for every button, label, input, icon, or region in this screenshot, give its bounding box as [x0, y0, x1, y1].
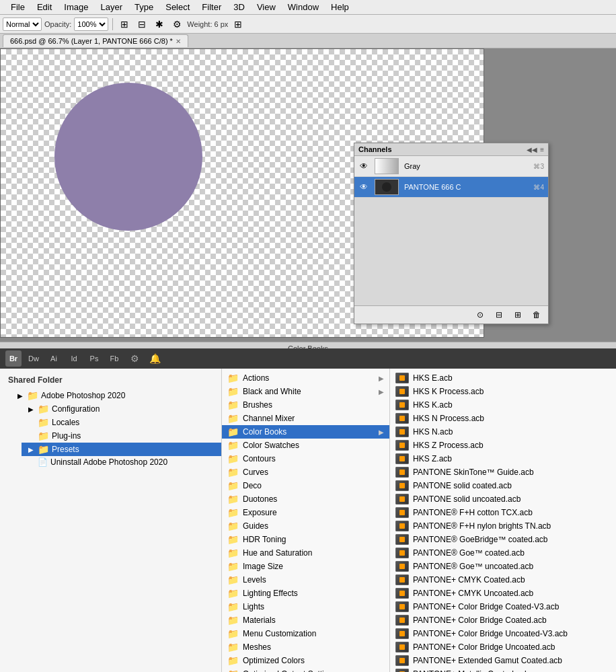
file-item[interactable]: HKS K Process.acb — [390, 385, 616, 398]
tool-icon-2[interactable]: ⊟ — [134, 17, 149, 32]
file-item[interactable]: PANTONE+ CMYK Coated.acb — [390, 573, 616, 587]
folder-item[interactable]: 📁Hue and Saturation — [222, 546, 389, 560]
folder-item[interactable]: 📁Materials — [222, 613, 389, 627]
file-item[interactable]: PANTONE+ Extended Gamut Coated.acb — [390, 654, 616, 667]
app-icon-7[interactable]: ⚙ — [126, 350, 143, 367]
folder-item[interactable]: 📁Exposure — [222, 506, 389, 519]
folder-item[interactable]: 📁Brushes — [222, 398, 389, 412]
file-item[interactable]: PANTONE+ CMYK Uncoated.acb — [390, 587, 616, 600]
file-item[interactable]: PANTONE+ Color Bridge Uncoated-V3.acb — [390, 627, 616, 640]
tree-item-locales[interactable]: ▶ 📁 Locales — [22, 416, 221, 429]
folder-item[interactable]: 📁Channel Mixer — [222, 412, 389, 425]
file-item[interactable]: PANTONE® Goe™ coated.acb — [390, 546, 616, 560]
folder-item[interactable]: 📁Guides — [222, 519, 389, 533]
folder-item[interactable]: 📁Lights — [222, 600, 389, 613]
file-item[interactable]: HKS K.acb — [390, 398, 616, 412]
channel-dotted-circle-btn[interactable]: ⊙ — [473, 309, 488, 321]
menu-select[interactable]: Select — [160, 1, 195, 13]
tree-item-photoshop[interactable]: ▶ 📁 Adobe Photoshop 2020 — [11, 389, 221, 402]
panel-menu-icon[interactable]: ≡ — [540, 146, 544, 153]
app-icon-1[interactable]: Br — [5, 350, 22, 367]
tree-label: Locales — [52, 418, 79, 427]
folder-icon: 📁 — [227, 440, 239, 451]
channel-row-pantone[interactable]: 👁 PANTONE 666 C ⌘4 — [354, 177, 548, 198]
app-icon-6[interactable]: Fb — [106, 350, 122, 367]
channel-row-gray[interactable]: 👁 Gray ⌘3 — [354, 156, 548, 177]
tree-toggle[interactable]: ▶ — [27, 405, 35, 413]
folder-label: Curves — [243, 468, 268, 477]
folder-label: Image Size — [243, 562, 283, 571]
tree-toggle[interactable]: ▶ — [27, 445, 35, 453]
tool-icon-1[interactable]: ⊞ — [117, 17, 132, 32]
app-icon-4[interactable]: Id — [66, 350, 82, 367]
file-item[interactable]: PANTONE+ Color Bridge Coated-V3.acb — [390, 600, 616, 613]
folder-item[interactable]: 📁Meshes — [222, 640, 389, 654]
file-item[interactable]: HKS Z.acb — [390, 452, 616, 465]
channels-panel-toolbar: ⊙ ⊟ ⊞ 🗑 — [354, 305, 548, 324]
folder-item[interactable]: 📁Curves — [222, 465, 389, 479]
document-tab[interactable]: 666.psd @ 66.7% (Layer 1, PANTONE 666 C/… — [3, 34, 188, 47]
file-item[interactable]: PANTONE+ Color Bridge Coated.acb — [390, 613, 616, 627]
folder-item[interactable]: 📁Levels — [222, 573, 389, 587]
menu-filter[interactable]: Filter — [196, 1, 227, 13]
menu-view[interactable]: View — [252, 1, 281, 13]
file-item[interactable]: PANTONE solid coated.acb — [390, 479, 616, 492]
folder-item[interactable]: 📁Black and White▶ — [222, 385, 389, 398]
menu-image[interactable]: Image — [59, 1, 93, 13]
folder-icon: 📁 — [38, 404, 49, 414]
visibility-icon-gray[interactable]: 👁 — [358, 161, 369, 172]
menu-window[interactable]: Window — [282, 1, 324, 13]
folder-item[interactable]: 📁Image Size — [222, 560, 389, 573]
menu-help[interactable]: Help — [325, 1, 354, 13]
file-item[interactable]: HKS N.acb — [390, 425, 616, 439]
channel-save-btn[interactable]: ⊟ — [492, 309, 506, 321]
app-icon-5[interactable]: Ps — [86, 350, 102, 367]
tree-item-uninstall[interactable]: ▶ 📄 Uninstall Adobe Photoshop 2020 — [22, 456, 221, 468]
folder-item[interactable]: 📁Deco — [222, 479, 389, 492]
file-item[interactable]: PANTONE® GoeBridge™ coated.acb — [390, 533, 616, 546]
folder-item[interactable]: 📁Menu Customization — [222, 627, 389, 640]
folder-item[interactable]: 📁Contours — [222, 452, 389, 465]
tool-icon-5[interactable]: ⊞ — [231, 17, 245, 32]
channel-new-btn[interactable]: ⊞ — [510, 309, 525, 321]
tree-item-configuration[interactable]: ▶ 📁 Configuration — [22, 402, 221, 416]
folder-item[interactable]: 📁Optimized Output Settings — [222, 667, 389, 672]
folder-item[interactable]: 📁Duotones — [222, 492, 389, 506]
panel-collapse-icon[interactable]: ◀◀ — [527, 146, 537, 153]
menu-file[interactable]: File — [5, 1, 30, 13]
channel-delete-btn[interactable]: 🗑 — [529, 309, 544, 321]
folder-item[interactable]: 📁Optimized Colors — [222, 654, 389, 667]
file-item[interactable]: PANTONE+ Metallic Coated.acb — [390, 667, 616, 672]
app-icon-8[interactable]: 🔔 — [147, 350, 163, 367]
file-item[interactable]: PANTONE SkinTone™ Guide.acb — [390, 465, 616, 479]
file-item[interactable]: HKS N Process.acb — [390, 412, 616, 425]
app-icon-3[interactable]: Ai — [46, 350, 62, 367]
file-item[interactable]: PANTONE® Goe™ uncoated.acb — [390, 560, 616, 573]
folder-label: Exposure — [243, 508, 277, 517]
menu-edit[interactable]: Edit — [32, 1, 57, 13]
file-item[interactable]: PANTONE+ Color Bridge Uncoated.acb — [390, 640, 616, 654]
folder-item[interactable]: 📁HDR Toning — [222, 533, 389, 546]
tree-toggle[interactable]: ▶ — [16, 391, 24, 400]
file-item[interactable]: PANTONE® F+H nylon brights TN.acb — [390, 519, 616, 533]
opacity-select[interactable]: 100% — [74, 17, 108, 31]
folder-item[interactable]: 📁Lighting Effects — [222, 587, 389, 600]
tree-item-plugins[interactable]: ▶ 📁 Plug-ins — [22, 429, 221, 443]
folder-item[interactable]: 📁Color Books▶ — [222, 425, 389, 439]
tool-icon-4[interactable]: ⚙ — [169, 17, 184, 32]
file-item[interactable]: HKS Z Process.acb — [390, 439, 616, 452]
menu-layer[interactable]: Layer — [95, 1, 128, 13]
folder-item[interactable]: 📁Actions▶ — [222, 371, 389, 385]
tree-item-presets[interactable]: ▶ 📁 Presets — [22, 443, 221, 456]
visibility-icon-pantone[interactable]: 👁 — [358, 182, 369, 192]
file-item[interactable]: PANTONE® F+H cotton TCX.acb — [390, 506, 616, 519]
folder-item[interactable]: 📁Color Swatches — [222, 439, 389, 452]
file-item[interactable]: HKS E.acb — [390, 371, 616, 385]
blend-mode-select[interactable]: Normal — [3, 17, 42, 31]
app-icon-2[interactable]: Dw — [26, 350, 42, 367]
tab-close-button[interactable]: ✕ — [176, 38, 181, 45]
tool-icon-3[interactable]: ✱ — [152, 17, 167, 32]
menu-type[interactable]: Type — [129, 1, 159, 13]
menu-3d[interactable]: 3D — [228, 1, 250, 13]
file-item[interactable]: PANTONE solid uncoated.acb — [390, 492, 616, 506]
